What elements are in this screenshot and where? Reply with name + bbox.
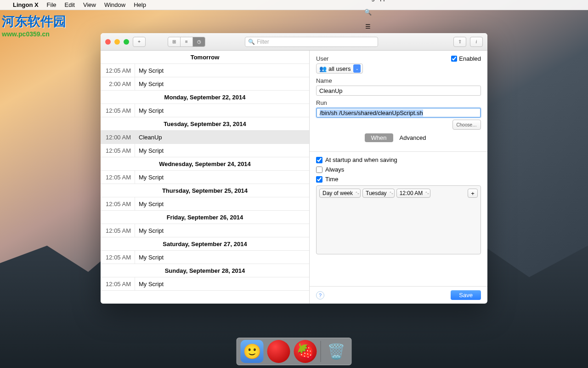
schedule-header: Friday, September 26, 2014	[101, 211, 309, 224]
opt-always[interactable]: Always	[316, 166, 481, 173]
enabled-checkbox[interactable]: Enabled	[451, 55, 481, 62]
tab-advanced[interactable]: Advanced	[393, 133, 433, 142]
chevron-down-icon: ⌄	[353, 64, 361, 73]
schedule-name: My Script	[135, 251, 309, 264]
schedule-name: My Script	[135, 144, 309, 157]
run-label: Run	[316, 99, 481, 106]
users-icon: 👥	[319, 65, 327, 72]
run-input[interactable]: /bin/sh /Users/shared/cleanUpScript.sh	[316, 108, 481, 118]
schedule-row[interactable]: 2:00 AMMy Script	[101, 77, 309, 91]
menu-icon[interactable]: ☰	[365, 23, 371, 30]
schedule-time: 12:05 AM	[101, 201, 135, 207]
freq-select[interactable]: Day of week	[319, 189, 361, 198]
schedule-name: My Script	[135, 77, 309, 90]
schedule-time: 12:05 AM	[101, 227, 135, 234]
opt-time[interactable]: Time	[316, 176, 481, 183]
menu-help[interactable]: Help	[134, 1, 146, 8]
titlebar: + ⊞ ≡ ◷ 🔍 Filter ⇧ i	[101, 33, 487, 51]
menu-app[interactable]: Lingon X	[13, 1, 39, 8]
schedule-row[interactable]: 12:05 AMMy Script	[101, 277, 309, 291]
schedule-row[interactable]: 12:00 AMCleanUp	[101, 131, 309, 144]
menubar: Lingon X File Edit View Window Help 9:42…	[0, 0, 588, 10]
menu-view[interactable]: View	[83, 1, 96, 8]
dock-trash-icon[interactable]: 🗑️	[325, 340, 348, 363]
schedule-name: My Script	[135, 277, 309, 290]
dock-finder-icon[interactable]: 🙂	[241, 340, 264, 363]
schedule-time: 12:05 AM	[101, 254, 135, 261]
share-button[interactable]: ⇧	[453, 37, 466, 47]
menubar-app-label[interactable]: Peter Borg Apps	[346, 0, 390, 1]
watermark: 河东软件园 www.pc0359.cn	[2, 13, 66, 38]
schedule-header: Tomorrow	[101, 51, 309, 64]
schedule-header: Saturday, September 27, 2014	[101, 237, 309, 251]
menu-file[interactable]: File	[47, 1, 57, 8]
schedule-box: Day of week Tuesday 12:00 AM +	[316, 185, 481, 254]
schedule-row[interactable]: 12:05 AMMy Script	[101, 171, 309, 184]
menu-window[interactable]: Window	[104, 1, 125, 8]
view-grid-button[interactable]: ⊞	[168, 37, 181, 47]
schedule-time: 2:00 AM	[101, 80, 135, 87]
search-input[interactable]: 🔍 Filter	[245, 37, 378, 47]
schedule-name: My Script	[135, 64, 309, 77]
opt-startup[interactable]: At startup and when saving	[316, 156, 481, 163]
schedule-name: My Script	[135, 104, 309, 117]
zoom-icon[interactable]	[124, 39, 129, 45]
schedule-time: 12:05 AM	[101, 147, 135, 154]
view-clock-button[interactable]: ◷	[192, 37, 205, 47]
schedule-row[interactable]: 12:05 AMMy Script	[101, 197, 309, 211]
dock-strawberry-icon[interactable]: 🍓	[294, 340, 317, 363]
schedule-header: Sunday, September 28, 2014	[101, 264, 309, 277]
day-select[interactable]: Tuesday	[362, 189, 395, 198]
add-button[interactable]: +	[133, 37, 146, 47]
minimize-icon[interactable]	[114, 39, 120, 45]
search-placeholder: Filter	[257, 39, 269, 45]
schedule-header: Monday, September 22, 2014	[101, 91, 309, 104]
user-select[interactable]: 👥 all users ⌄	[316, 63, 363, 74]
schedule-row[interactable]: 12:05 AMMy Script	[101, 144, 309, 157]
schedule-header: Wednesday, September 24, 2014	[101, 157, 309, 171]
schedule-row[interactable]: 12:05 AMMy Script	[101, 224, 309, 237]
schedule-header: Tuesday, September 23, 2014	[101, 117, 309, 131]
info-button[interactable]: i	[470, 37, 483, 47]
dock: 🙂 🍓 🗑️	[237, 338, 352, 365]
schedule-time: 12:05 AM	[101, 174, 135, 181]
dock-tomato-icon[interactable]	[267, 340, 290, 363]
schedule-header: Thursday, September 25, 2014	[101, 184, 309, 197]
spotlight-icon[interactable]: 🔍	[364, 9, 372, 16]
schedule-row[interactable]: 12:05 AMMy Script	[101, 251, 309, 264]
save-button[interactable]: Save	[451, 290, 481, 300]
schedule-name: My Script	[135, 197, 309, 210]
schedule-name: My Script	[135, 224, 309, 237]
name-label: Name	[316, 77, 481, 84]
search-icon: 🔍	[248, 39, 255, 45]
schedule-row[interactable]: 12:05 AMMy Script	[101, 104, 309, 117]
schedule-time: 12:05 AM	[101, 107, 135, 114]
menu-edit[interactable]: Edit	[65, 1, 75, 8]
name-input[interactable]	[316, 86, 481, 96]
tab-when[interactable]: When	[365, 133, 393, 142]
add-schedule-button[interactable]: +	[468, 189, 478, 198]
close-icon[interactable]	[105, 39, 111, 45]
time-select[interactable]: 12:00 AM	[396, 189, 431, 198]
choose-button[interactable]: Choose…	[452, 120, 481, 130]
view-list-button[interactable]: ≡	[180, 37, 193, 47]
detail-panel: Enabled User 👥 all users ⌄ Name Run	[310, 51, 487, 304]
schedule-time: 12:00 AM	[101, 134, 135, 141]
schedule-list: Tomorrow12:05 AMMy Script2:00 AMMy Scrip…	[101, 51, 310, 304]
schedule-name: My Script	[135, 171, 309, 184]
schedule-row[interactable]: 12:05 AMMy Script	[101, 64, 309, 77]
schedule-time: 12:05 AM	[101, 67, 135, 74]
schedule-name: CleanUp	[135, 131, 309, 144]
schedule-time: 12:05 AM	[101, 281, 135, 288]
help-button[interactable]: ?	[316, 291, 324, 299]
app-window: + ⊞ ≡ ◷ 🔍 Filter ⇧ i Tomorrow12:05 AMMy …	[101, 33, 487, 304]
